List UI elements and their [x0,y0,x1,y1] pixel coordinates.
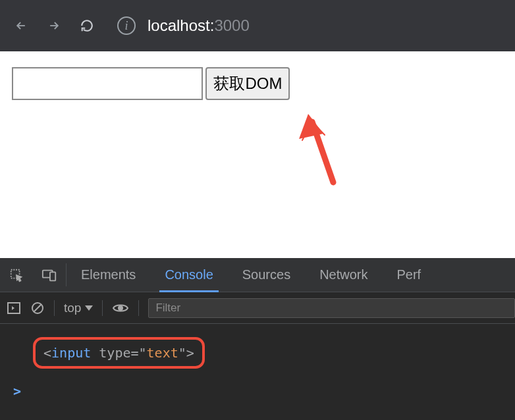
devtools-tabbar: Elements Console Sources Network Perf [0,258,515,292]
devtools-panel: Elements Console Sources Network Perf to… [0,258,515,420]
device-icon [41,268,57,282]
divider [102,300,103,316]
token [91,345,99,361]
divider [54,300,55,316]
tab-sources[interactable]: Sources [228,258,305,292]
console-filter-input[interactable] [148,298,515,318]
prompt-caret-icon: > [13,383,21,399]
toggle-console-sidebar-button[interactable] [7,302,21,315]
svg-marker-0 [299,114,323,139]
text-input[interactable] [12,67,203,100]
eye-icon [112,302,129,314]
token: " [178,345,186,361]
nav-refresh-button[interactable] [78,16,96,35]
tab-console[interactable]: Console [150,258,227,292]
svg-point-6 [119,306,122,310]
tab-performance[interactable]: Perf [383,258,436,292]
tab-elements[interactable]: Elements [67,258,150,292]
url-text: localhost:3000 [148,16,250,35]
site-info-icon[interactable]: i [117,16,136,35]
sidebar-icon [7,302,21,315]
arrow-right-icon [47,19,61,32]
nav-forward-button[interactable] [45,16,63,35]
nav-back-button[interactable] [12,16,30,35]
toggle-device-button[interactable] [33,258,66,292]
clear-console-button[interactable] [30,301,45,315]
live-expression-button[interactable] [112,302,129,314]
inspect-element-button[interactable] [0,258,33,292]
url-bar[interactable]: i localhost:3000 [117,16,250,35]
console-context-selector[interactable]: top [64,301,93,315]
context-label: top [64,301,81,315]
page-content: 获取DOM [0,51,515,258]
chevron-down-icon [85,305,93,311]
annotation-arrow-icon [292,107,358,186]
token: text [147,345,178,361]
svg-rect-3 [50,272,55,280]
token: type [99,345,130,361]
inspect-icon [9,268,24,282]
refresh-icon [80,18,94,33]
token: " [139,345,147,361]
url-host: localhost: [148,16,214,34]
token: = [130,345,138,361]
tab-network[interactable]: Network [305,258,382,292]
console-toolbar: top [0,292,515,324]
token: < [43,345,51,361]
divider [138,300,139,316]
get-dom-button[interactable]: 获取DOM [205,67,290,100]
console-body: <input type="text"> > [0,324,515,412]
token: > [186,345,194,361]
url-port: 3000 [214,16,249,34]
console-output-line[interactable]: <input type="text"> [33,337,205,369]
browser-toolbar: i localhost:3000 [0,0,515,51]
console-prompt[interactable]: > [9,383,506,399]
clear-icon [30,301,45,315]
token: input [51,345,91,361]
arrow-left-icon [14,19,28,32]
